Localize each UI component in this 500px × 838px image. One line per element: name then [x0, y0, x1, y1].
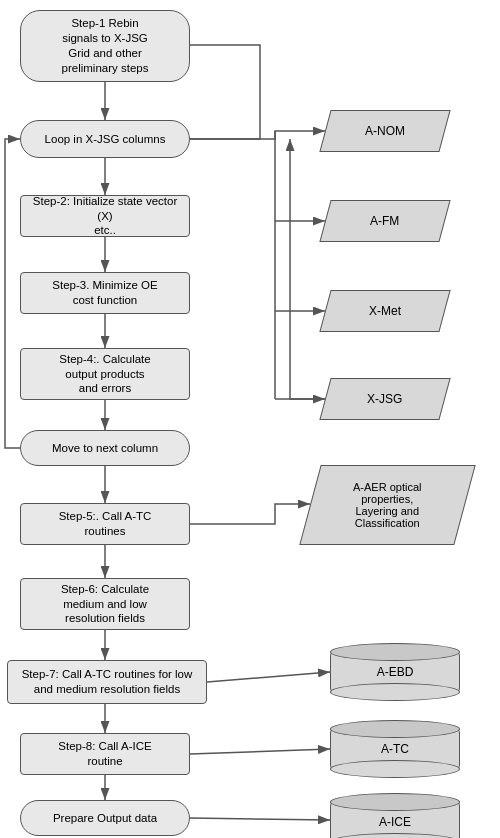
aebd-label: A-EBD [377, 665, 414, 679]
flowchart-diagram: Step-1 Rebin signals to X-JSG Grid and o… [0, 0, 500, 838]
xmet-shape: X-Met [319, 290, 450, 332]
step3-label: Step-3. Minimize OE cost function [52, 278, 157, 308]
loop-label: Loop in X-JSG columns [45, 132, 166, 147]
anom-shape: A-NOM [319, 110, 450, 152]
step6-box: Step-6: Calculate medium and low resolut… [20, 578, 190, 630]
step2-box: Step-2: Initialize state vector (X) etc.… [20, 195, 190, 237]
aaer-label: A-AER optical properties, Layering and C… [353, 481, 421, 529]
svg-line-16 [207, 672, 330, 682]
atc-label: A-TC [381, 742, 409, 756]
xmet-label: X-Met [369, 304, 401, 318]
step6-label: Step-6: Calculate medium and low resolut… [61, 582, 149, 627]
step2-label: Step-2: Initialize state vector (X) etc.… [27, 194, 183, 239]
output-box: Prepare Output data [20, 800, 190, 836]
atc-cylinder: A-TC [330, 727, 460, 771]
move-label: Move to next column [52, 441, 158, 456]
loop-box: Loop in X-JSG columns [20, 120, 190, 158]
step7-label: Step-7: Call A-TC routines for low and m… [22, 667, 193, 697]
step8-box: Step-8: Call A-ICE routine [20, 733, 190, 775]
step3-box: Step-3. Minimize OE cost function [20, 272, 190, 314]
anom-label: A-NOM [365, 124, 405, 138]
step7-box: Step-7: Call A-TC routines for low and m… [7, 660, 207, 704]
aice-label: A-ICE [379, 815, 411, 829]
move-box: Move to next column [20, 430, 190, 466]
aebd-cylinder: A-EBD [330, 650, 460, 694]
xjsg-label: X-JSG [367, 392, 402, 406]
step8-label: Step-8: Call A-ICE routine [58, 739, 151, 769]
step1-label: Step-1 Rebin signals to X-JSG Grid and o… [62, 16, 149, 76]
step1-box: Step-1 Rebin signals to X-JSG Grid and o… [20, 10, 190, 82]
aice-cylinder: A-ICE [330, 800, 460, 838]
step4-label: Step-4:. Calculate output products and e… [59, 352, 150, 397]
afm-shape: A-FM [319, 200, 450, 242]
svg-line-17 [190, 749, 330, 754]
step5-label: Step-5:. Call A-TC routines [59, 509, 152, 539]
step5-box: Step-5:. Call A-TC routines [20, 503, 190, 545]
xjsg-shape: X-JSG [319, 378, 450, 420]
svg-line-18 [190, 818, 330, 820]
output-label: Prepare Output data [53, 811, 157, 826]
step4-box: Step-4:. Calculate output products and e… [20, 348, 190, 400]
aaer-shape: A-AER optical properties, Layering and C… [299, 465, 475, 545]
afm-label: A-FM [370, 214, 399, 228]
